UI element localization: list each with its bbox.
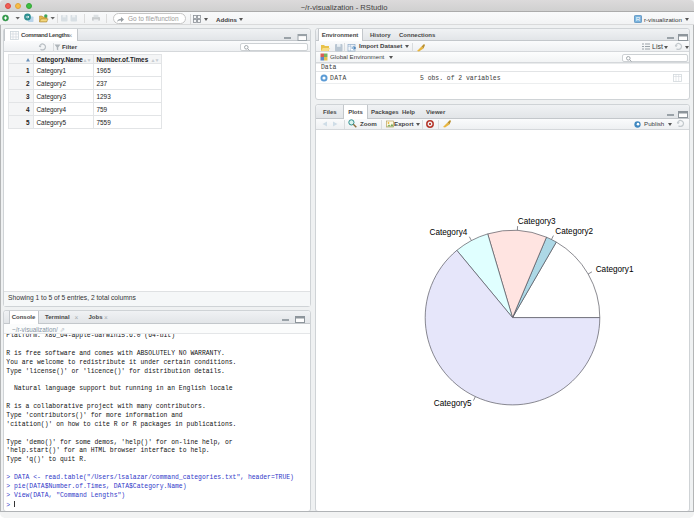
svg-text:R: R: [636, 15, 641, 22]
svg-text:Category2: Category2: [555, 227, 593, 236]
svg-text:Category4: Category4: [430, 228, 468, 237]
svg-text:Category3: Category3: [518, 217, 556, 226]
svg-text:Category5: Category5: [434, 399, 472, 408]
svg-text:Category1: Category1: [596, 265, 634, 274]
